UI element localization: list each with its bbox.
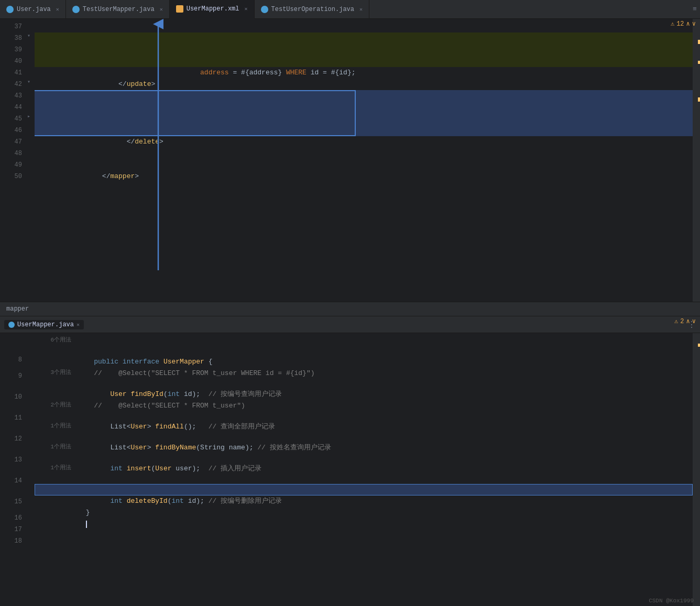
tab-bar: User.java ✕ TestUserMapper.java ✕ UserMa… — [0, 0, 700, 19]
code-line-41: </update> — [35, 67, 693, 79]
bottom-code-area: 8 9 10 11 12 13 14 15 16 17 18 — [0, 333, 700, 606]
bottom-fold-gutter — [26, 333, 35, 606]
line-num-42: 42 — [0, 79, 22, 90]
top-code-area: 37 38 39 40 41 42 43 44 45 46 47 48 49 5… — [0, 19, 700, 302]
tab-close-user-java[interactable]: ✕ — [56, 6, 59, 13]
selection-group: <!--按编号删除用户记录--> <delete id="deleteById"… — [35, 90, 693, 136]
warning-icon: ⚠ — [671, 20, 674, 28]
code-line-b10: User findById(int id); // 按编号查询用户记录 — [35, 377, 693, 389]
line-num-49: 49 — [0, 159, 22, 171]
line-num-48: 48 — [0, 148, 22, 159]
bottom-tab-close[interactable]: ✕ — [76, 322, 80, 328]
bottom-line15-block: int update(User user); // 更新用户记录 — [35, 472, 693, 484]
code-line-50 — [35, 171, 693, 182]
line-num-50: 50 — [0, 171, 22, 182]
fold-icon-44[interactable]: ▸ — [27, 113, 30, 119]
code-line-40: address = #{address} WHERE id = #{id}; — [35, 56, 693, 67]
nav-down[interactable]: ∨ — [692, 20, 696, 28]
line-num-b9: 9 — [0, 366, 22, 387]
bottom-nav-down[interactable]: ∨ — [692, 317, 696, 325]
tab-label: User.java — [17, 6, 51, 13]
code-line-49: </mapper> — [35, 159, 693, 171]
bottom-warning-count: 2 — [680, 318, 684, 325]
code-line-b17: } — [35, 495, 693, 507]
top-code-lines: <!--更新用户记录--> <update id="update" parame… — [35, 19, 693, 302]
tab-test-user-mapper[interactable]: TestUserMapper.java ✕ — [66, 0, 170, 19]
code-line-48 — [35, 148, 693, 159]
bottom-java-icon — [8, 322, 15, 328]
bottom-nav-up[interactable]: ∧ — [686, 317, 690, 325]
code-line-b15: int update(User user); // 更新用户记录 — [35, 472, 693, 484]
line-num-b11: 11 — [0, 407, 22, 428]
bottom-scrollbar[interactable] — [693, 333, 700, 606]
tab-close-test-mapper[interactable]: ✕ — [160, 6, 163, 13]
line-num-40: 40 — [0, 56, 22, 67]
bottom-tab-label: UserMapper.java — [17, 321, 74, 328]
line-num-b10: 10 — [0, 387, 22, 407]
line-num-b15: 15 — [0, 491, 22, 512]
warning-count: 12 — [676, 20, 684, 28]
pane-label: mapper — [6, 305, 29, 313]
line-num-45: 45 — [0, 113, 22, 125]
code-line-b16: int deleteById(int id); // 按编号删除用户记录 — [35, 484, 693, 495]
bottom-line12-block: List<User> findAll(); // 查询全部用户记录 1个用法 — [35, 410, 693, 431]
tab-user-java[interactable]: User.java ✕ — [0, 0, 66, 19]
line-num-b16: 16 — [0, 512, 22, 524]
line-num-47: 47 — [0, 136, 22, 148]
tab-overflow[interactable]: ≡ — [690, 5, 700, 13]
line-num-44: 44 — [0, 102, 22, 113]
fold-icon-38[interactable]: ▾ — [27, 32, 30, 39]
line-num-b14: 14 — [0, 470, 22, 491]
line-num-41: 41 — [0, 67, 22, 79]
java-icon — [6, 6, 14, 13]
bottom-code-lines: 6个用法 public interface UserMapper { // @S… — [35, 333, 693, 606]
bottom-line13-block: List<User> findByName(String name); // 按… — [35, 431, 693, 451]
bottom-tab-bar: UserMapper.java ✕ ⋮ — [0, 316, 700, 333]
tab-label-2: TestUserMapper.java — [83, 6, 155, 13]
bottom-tab-user-mapper[interactable]: UserMapper.java ✕ — [4, 320, 84, 329]
line-num-39: 39 — [0, 44, 22, 56]
scroll-marker-3 — [698, 97, 700, 102]
code-line-b8: public interface UserMapper { — [35, 345, 693, 356]
scroll-marker-1 — [698, 40, 700, 44]
bottom-line11-block: // @Select("SELECT * FROM t_user") 2个用法 — [35, 389, 693, 410]
code-line-47 — [35, 136, 693, 148]
bottom-line14-block: int insert(User user); // 插入用户记录 1个用法 — [35, 451, 693, 472]
bottom-line9-block: // @Select("SELECT * FROM t_user WHERE i… — [35, 356, 693, 377]
code-line-b12: List<User> findAll(); // 查询全部用户记录 — [35, 410, 693, 421]
fold-icon-43[interactable]: ▾ — [27, 79, 30, 85]
code-line-b13: List<User> findByName(String name); // 按… — [35, 431, 693, 442]
code-line-37: <!--更新用户记录--> — [35, 21, 693, 32]
cursor — [86, 521, 87, 528]
editor-container: ⚠ 12 ∧ ∨ 37 38 39 — [0, 19, 700, 606]
code-line-b18 — [35, 507, 693, 519]
code-line-45: DELETE FROM t_user WHERE id = #{id}; — [35, 113, 693, 125]
line-num-b17: 17 — [0, 524, 22, 535]
ide-window: User.java ✕ TestUserMapper.java ✕ UserMa… — [0, 0, 700, 606]
bottom-line10-block: User findById(int id); // 按编号查询用户记录 — [35, 377, 693, 389]
java-icon-2 — [72, 6, 80, 13]
scroll-marker-2 — [698, 61, 700, 64]
tab-test-user-operation[interactable]: TestUserOperation.java ✕ — [255, 0, 369, 19]
code-line-42 — [35, 79, 693, 90]
code-line-38: <update id="update" parameterType="User"… — [35, 32, 693, 44]
line-num-b8: 8 — [0, 354, 22, 366]
line-num-b13: 13 — [0, 449, 22, 470]
xml-icon — [176, 5, 183, 13]
top-line-numbers: 37 38 39 40 41 42 43 44 45 46 47 48 49 5… — [0, 19, 26, 302]
tab-user-mapper-xml[interactable]: UserMapper.xml ✕ — [170, 0, 255, 19]
watermark: CSDN @Kox1999 — [649, 598, 694, 604]
java-icon-3 — [261, 6, 268, 13]
tab-close-operation[interactable]: ✕ — [359, 6, 363, 13]
code-line-44: <delete id="deleteById" parameterType="i… — [35, 102, 693, 113]
top-editor-pane: ⚠ 12 ∧ ∨ 37 38 39 — [0, 19, 700, 302]
nav-up[interactable]: ∧ — [686, 20, 690, 28]
bottom-line-numbers: 8 9 10 11 12 13 14 15 16 17 18 — [0, 333, 26, 606]
bottom-line16-block: int deleteById(int id); // 按编号删除用户记录 — [35, 484, 693, 495]
top-scrollbar[interactable] — [693, 19, 700, 302]
top-warning-bar: ⚠ 12 ∧ ∨ — [666, 19, 700, 29]
line-num-38: 38 — [0, 32, 22, 44]
bottom-interface-block: 6个用法 public interface UserMapper { — [35, 335, 693, 356]
tab-close-mapper-xml[interactable]: ✕ — [245, 6, 248, 12]
bottom-warning-bar: ⚠ 2 ∧ ∨ — [670, 316, 700, 326]
